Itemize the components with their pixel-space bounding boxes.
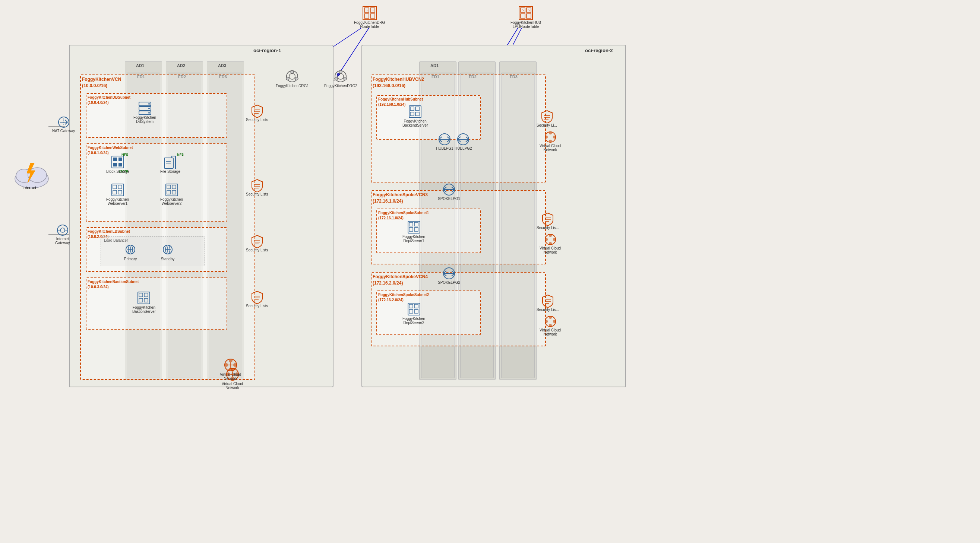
nfs-label-1: NFS bbox=[121, 153, 128, 156]
security-list-spoke4-label: Security Lis... bbox=[536, 308, 559, 312]
svg-point-125 bbox=[549, 140, 552, 143]
svg-rect-99 bbox=[371, 14, 375, 18]
svg-line-100 bbox=[366, 9, 368, 11]
vcn-icon-spoke4-label: Virtual CloudNetwork bbox=[539, 328, 561, 336]
security-list-1: Security Lists bbox=[246, 104, 268, 122]
svg-point-152 bbox=[545, 320, 548, 323]
hublpg2-icon: HUBLPG2 bbox=[455, 132, 472, 151]
security-list-hub: Security Li... bbox=[536, 110, 557, 127]
svg-point-155 bbox=[549, 324, 552, 327]
nat-gateway-icon: NAT Gateway bbox=[52, 116, 75, 133]
svg-rect-127 bbox=[409, 222, 413, 226]
svg-point-153 bbox=[549, 316, 552, 319]
internet-gateway-label: InternetGateway bbox=[55, 237, 70, 245]
svg-point-87 bbox=[291, 70, 294, 73]
svg-rect-111 bbox=[415, 107, 419, 111]
vcn-icon-spoke3: Virtual CloudNetwork bbox=[539, 233, 561, 254]
security-list-2: Security Lists bbox=[246, 179, 268, 196]
hub-lpg-routetable-label: FoggyKitchenHUBLPGRouteTable bbox=[511, 21, 541, 29]
spoke-subnet2-label: FoggyKitchenSpokeSubnet2(172.16.2.0/24) bbox=[378, 292, 429, 303]
ad3-label-region1: AD3 bbox=[218, 64, 226, 68]
drg2-icon: FoggyKitchenDRG2 bbox=[324, 69, 357, 88]
internet-label: Internet bbox=[22, 186, 36, 190]
svg-point-89 bbox=[286, 77, 289, 80]
db-system-icon: FoggyKitchenDBSystem bbox=[134, 100, 156, 124]
internet-cloud: Internet bbox=[11, 160, 52, 190]
svg-line-107 bbox=[522, 9, 524, 11]
webserver2-icon: FoggyKitchenWebserver2 bbox=[160, 183, 183, 206]
svg-rect-113 bbox=[415, 112, 419, 116]
svg-point-160 bbox=[229, 368, 232, 371]
svg-rect-105 bbox=[520, 14, 525, 18]
vcn1-label: FoggyKitchenVCN(10.0.0.0/16) bbox=[82, 76, 121, 89]
spoke-subnet1-label: FoggyKitchenSpokeSubnet1(172.16.1.0/24) bbox=[378, 210, 429, 221]
svg-rect-37 bbox=[118, 190, 122, 194]
svg-point-140 bbox=[549, 242, 552, 245]
svg-point-93 bbox=[344, 77, 347, 80]
svg-rect-143 bbox=[414, 304, 418, 308]
spokelpg2-icon: SPOKELPG2 bbox=[438, 266, 460, 284]
drg1-label: FoggyKitchenDRG1 bbox=[276, 84, 309, 88]
svg-point-91 bbox=[337, 73, 344, 79]
svg-rect-29 bbox=[118, 163, 122, 167]
security-list-1-label: Security Lists bbox=[246, 117, 268, 122]
security-list-spoke4: Security Lis... bbox=[536, 294, 559, 312]
svg-rect-52 bbox=[139, 293, 143, 297]
db-system-label: FoggyKitchenDBSystem bbox=[134, 116, 156, 124]
security-list-3: Security Lists bbox=[246, 235, 268, 252]
deptserver2-label: FoggyKitchenDeptServer2 bbox=[402, 317, 425, 325]
drg-routetable-icon: FoggyKitchenDRGRouteTable bbox=[354, 6, 385, 29]
svg-rect-54 bbox=[139, 298, 143, 302]
lb-primary-icon: Primary bbox=[123, 242, 138, 261]
svg-rect-144 bbox=[409, 310, 413, 313]
spokelpg1-icon: SPOKELPG1 bbox=[438, 183, 460, 201]
security-list-spoke3-label: Security Lis... bbox=[536, 226, 559, 230]
webserver2-label: FoggyKitchenWebserver2 bbox=[160, 197, 183, 206]
db-subnet-label: FoggyKitchenDBSubnet(10.0.4.0/24) bbox=[88, 95, 130, 105]
svg-rect-102 bbox=[519, 6, 533, 20]
svg-rect-40 bbox=[172, 185, 176, 189]
drg1-icon: FoggyKitchenDRG1 bbox=[276, 69, 309, 88]
svg-point-159 bbox=[233, 363, 237, 367]
svg-rect-28 bbox=[113, 163, 117, 167]
svg-line-101 bbox=[372, 9, 374, 11]
hub-lpg-routetable-icon: FoggyKitchenHUBLPGRouteTable bbox=[511, 6, 541, 29]
svg-rect-55 bbox=[144, 298, 148, 302]
deptserver1-label: FoggyKitchenDeptServer1 bbox=[402, 235, 425, 243]
security-list-2-label: Security Lists bbox=[246, 192, 268, 196]
deptserver1-icon: FoggyKitchenDeptServer1 bbox=[402, 220, 425, 243]
svg-point-139 bbox=[553, 238, 556, 241]
webserver1-icon: FoggyKitchenWebserver1 bbox=[106, 183, 129, 206]
vcn-icon-spoke3-label: Virtual CloudNetwork bbox=[539, 246, 561, 254]
svg-rect-128 bbox=[414, 222, 418, 226]
security-list-3-label: Security Lists bbox=[246, 248, 268, 252]
svg-rect-106 bbox=[527, 14, 531, 18]
svg-point-94 bbox=[335, 77, 337, 80]
svg-rect-142 bbox=[409, 304, 413, 308]
security-list-4-label: Security Lists bbox=[246, 304, 268, 308]
svg-point-123 bbox=[549, 132, 552, 135]
security-list-hub-label: Security Li... bbox=[536, 123, 557, 127]
backend-server-icon: FoggyKitchenBackendServer bbox=[402, 104, 428, 127]
svg-point-137 bbox=[545, 238, 548, 241]
bastion-server-icon: FoggyKitchenBastionServer bbox=[132, 291, 156, 314]
svg-rect-129 bbox=[409, 227, 413, 231]
svg-point-22 bbox=[148, 103, 150, 105]
spokelpg1-label: SPOKELPG1 bbox=[438, 197, 460, 201]
drg2-label: FoggyKitchenDRG2 bbox=[324, 84, 357, 88]
security-list-4: Security Lists bbox=[246, 291, 268, 308]
diagram-canvas: RPC1 RPC2 bbox=[0, 0, 980, 543]
security-list-spoke3: Security Lis... bbox=[536, 212, 559, 230]
svg-rect-30 bbox=[164, 158, 173, 168]
ad1-label-region1: AD1 bbox=[136, 64, 144, 68]
drg-routetable-label: FoggyKitchenDRGRouteTable bbox=[354, 21, 385, 29]
iscsi-label: iSCSI bbox=[119, 170, 128, 173]
vcn-icon-region2-top-label: Virtual CloudNetwork bbox=[539, 144, 561, 152]
spokelpg2-label: SPOKELPG2 bbox=[438, 281, 460, 284]
svg-rect-110 bbox=[410, 107, 414, 111]
svg-rect-42 bbox=[172, 190, 176, 194]
svg-rect-130 bbox=[414, 227, 418, 231]
svg-point-23 bbox=[148, 108, 150, 109]
file-storage-icon: File Storage bbox=[160, 154, 180, 173]
hublpg1-icon: HUBLPG1 bbox=[436, 132, 453, 151]
